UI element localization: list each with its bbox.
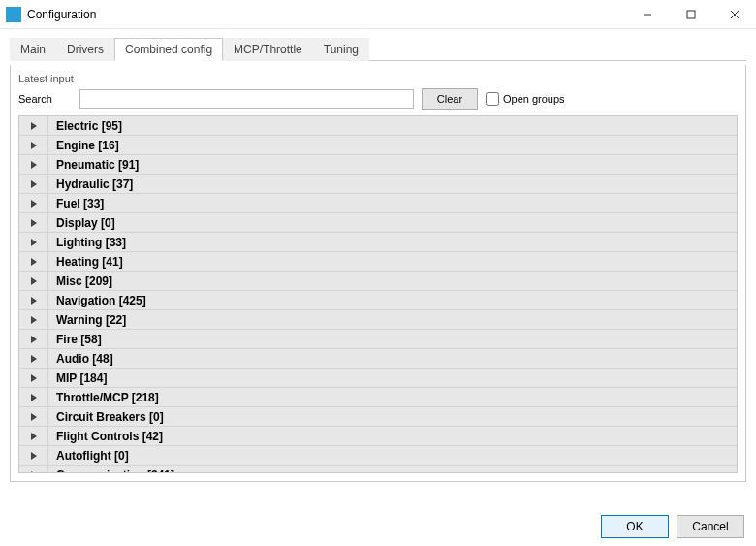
minimize-icon	[643, 10, 652, 19]
expand-toggle[interactable]	[19, 427, 48, 445]
expand-toggle[interactable]	[19, 252, 48, 271]
expand-toggle[interactable]	[19, 136, 48, 154]
expand-toggle[interactable]	[19, 194, 48, 212]
chevron-right-icon	[31, 413, 37, 421]
clear-button[interactable]: Clear	[422, 88, 478, 110]
chevron-right-icon	[31, 394, 37, 401]
tab-combined-config[interactable]: Combined config	[114, 38, 223, 61]
group-label: Communication [341]	[48, 468, 174, 474]
group-label: Throttle/MCP [218]	[48, 391, 159, 404]
expand-toggle[interactable]	[19, 233, 48, 251]
open-groups-checkbox[interactable]	[486, 92, 499, 106]
expand-toggle[interactable]	[19, 213, 48, 232]
chevron-right-icon	[31, 336, 37, 343]
expand-toggle[interactable]	[19, 330, 48, 348]
group-row[interactable]: Communication [341]	[19, 466, 737, 473]
group-row[interactable]: MIP [184]	[19, 369, 737, 388]
chevron-right-icon	[31, 471, 37, 474]
dialog-footer: OK Cancel	[601, 515, 744, 538]
group-label: Fire [58]	[48, 333, 102, 346]
group-row[interactable]: Engine [16]	[19, 136, 737, 155]
group-row[interactable]: Heating [41]	[19, 252, 737, 272]
expand-toggle[interactable]	[19, 116, 48, 135]
open-groups-label: Open groups	[503, 93, 565, 105]
group-row[interactable]: Navigation [425]	[19, 291, 737, 310]
svg-rect-1	[687, 11, 695, 18]
ok-button[interactable]: OK	[601, 515, 669, 538]
tab-main[interactable]: Main	[10, 38, 56, 61]
close-icon	[730, 10, 740, 19]
window-title: Configuration	[27, 8, 96, 21]
expand-toggle[interactable]	[19, 388, 48, 406]
maximize-button[interactable]	[669, 0, 712, 28]
tab-drivers[interactable]: Drivers	[56, 38, 114, 61]
expand-toggle[interactable]	[19, 466, 48, 473]
group-label: Audio [48]	[48, 352, 113, 366]
maximize-icon	[686, 10, 696, 19]
expand-toggle[interactable]	[19, 369, 48, 387]
group-row[interactable]: Pneumatic [91]	[19, 155, 737, 175]
group-label: Pneumatic [91]	[48, 158, 139, 172]
chevron-right-icon	[31, 374, 37, 382]
search-row: Search Clear Open groups	[18, 88, 738, 110]
group-label: MIP [184]	[48, 371, 107, 385]
expand-toggle[interactable]	[19, 310, 48, 329]
group-row[interactable]: Lighting [33]	[19, 233, 737, 252]
chevron-right-icon	[31, 258, 37, 266]
chevron-right-icon	[31, 142, 37, 149]
combined-config-panel: Latest input Search Clear Open groups El…	[10, 65, 746, 482]
group-row[interactable]: Fire [58]	[19, 330, 737, 349]
chevron-right-icon	[31, 239, 37, 246]
group-row[interactable]: Misc [209]	[19, 272, 737, 291]
expand-toggle[interactable]	[19, 291, 48, 309]
tab-tuning[interactable]: Tuning	[313, 38, 369, 61]
group-label: Navigation [425]	[48, 294, 146, 307]
search-input[interactable]	[79, 89, 414, 109]
group-row[interactable]: Circuit Breakers [0]	[19, 407, 737, 427]
group-label: Electric [95]	[48, 119, 122, 133]
expand-toggle[interactable]	[19, 446, 48, 465]
chevron-right-icon	[31, 277, 37, 285]
cancel-button[interactable]: Cancel	[677, 515, 744, 538]
group-label: Circuit Breakers [0]	[48, 410, 164, 424]
open-groups-checkbox-wrap[interactable]: Open groups	[486, 92, 565, 106]
chevron-right-icon	[31, 297, 37, 305]
close-button[interactable]	[712, 0, 756, 28]
expand-toggle[interactable]	[19, 407, 48, 426]
group-label: Fuel [33]	[48, 197, 104, 210]
app-icon	[6, 7, 21, 22]
group-row[interactable]: Warning [22]	[19, 310, 737, 330]
expand-toggle[interactable]	[19, 155, 48, 174]
minimize-button[interactable]	[625, 0, 669, 28]
expand-toggle[interactable]	[19, 349, 48, 368]
group-row[interactable]: Hydraulic [37]	[19, 175, 737, 194]
group-row[interactable]: Autoflight [0]	[19, 446, 737, 466]
chevron-right-icon	[31, 122, 37, 130]
group-label: Hydraulic [37]	[48, 177, 133, 191]
tab-mcp-throttle[interactable]: MCP/Throttle	[223, 38, 313, 61]
latest-input-label: Latest input	[18, 73, 738, 84]
group-row[interactable]: Electric [95]	[19, 116, 737, 136]
chevron-right-icon	[31, 219, 37, 227]
chevron-right-icon	[31, 161, 37, 169]
search-label: Search	[18, 93, 72, 105]
tabstrip: MainDriversCombined configMCP/ThrottleTu…	[10, 37, 746, 61]
group-row[interactable]: Fuel [33]	[19, 194, 737, 213]
chevron-right-icon	[31, 316, 37, 324]
group-label: Engine [16]	[48, 139, 119, 152]
group-label: Misc [209]	[48, 274, 112, 288]
expand-toggle[interactable]	[19, 272, 48, 290]
group-row[interactable]: Audio [48]	[19, 349, 737, 369]
chevron-right-icon	[31, 433, 37, 440]
chevron-right-icon	[31, 355, 37, 363]
window-controls	[625, 0, 756, 28]
group-label: Heating [41]	[48, 255, 123, 269]
chevron-right-icon	[31, 180, 37, 188]
group-row[interactable]: Display [0]	[19, 213, 737, 233]
chevron-right-icon	[31, 200, 37, 208]
expand-toggle[interactable]	[19, 175, 48, 193]
group-row[interactable]: Throttle/MCP [218]	[19, 388, 737, 407]
group-row[interactable]: Flight Controls [42]	[19, 427, 737, 446]
groups-list[interactable]: Electric [95]Engine [16]Pneumatic [91]Hy…	[18, 115, 738, 473]
group-label: Lighting [33]	[48, 236, 126, 249]
